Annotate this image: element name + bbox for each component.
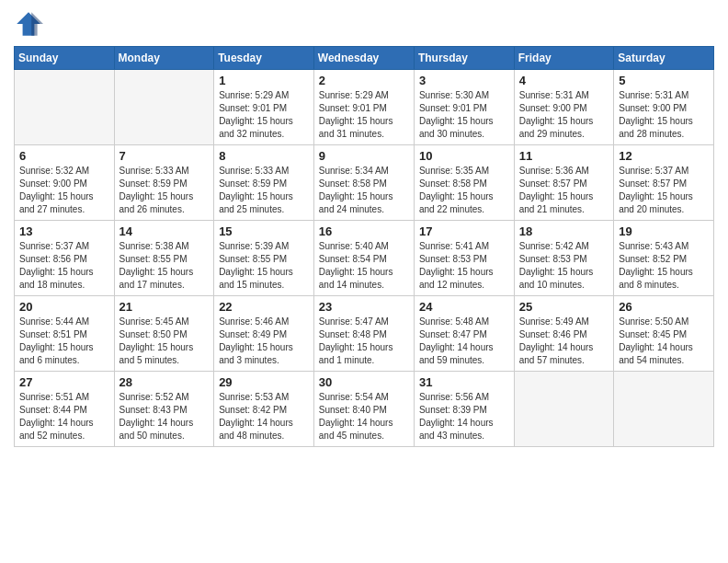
day-cell: 18Sunrise: 5:42 AM Sunset: 8:53 PM Dayli… xyxy=(514,221,613,296)
day-info: Sunrise: 5:47 AM Sunset: 8:48 PM Dayligh… xyxy=(319,316,409,367)
day-cell: 26Sunrise: 5:50 AM Sunset: 8:45 PM Dayli… xyxy=(614,296,714,372)
day-cell: 7Sunrise: 5:33 AM Sunset: 8:59 PM Daylig… xyxy=(114,145,214,221)
day-cell: 2Sunrise: 5:29 AM Sunset: 9:01 PM Daylig… xyxy=(313,70,414,145)
column-header-tuesday: Tuesday xyxy=(214,47,314,70)
day-number: 11 xyxy=(519,149,609,163)
day-number: 14 xyxy=(119,224,210,238)
day-number: 23 xyxy=(319,300,409,314)
day-cell: 20Sunrise: 5:44 AM Sunset: 8:51 PM Dayli… xyxy=(15,296,115,372)
day-number: 2 xyxy=(319,74,409,87)
day-number: 1 xyxy=(219,74,309,87)
week-row-1: 1Sunrise: 5:29 AM Sunset: 9:01 PM Daylig… xyxy=(15,70,714,145)
day-number: 18 xyxy=(519,224,609,238)
day-number: 22 xyxy=(219,300,309,314)
day-cell: 4Sunrise: 5:31 AM Sunset: 9:00 PM Daylig… xyxy=(514,70,613,145)
column-header-monday: Monday xyxy=(114,47,214,70)
day-number: 7 xyxy=(119,149,210,163)
logo-icon xyxy=(14,9,43,39)
day-info: Sunrise: 5:31 AM Sunset: 9:00 PM Dayligh… xyxy=(619,89,709,141)
day-cell xyxy=(114,70,214,145)
day-info: Sunrise: 5:42 AM Sunset: 8:53 PM Dayligh… xyxy=(519,240,609,292)
day-info: Sunrise: 5:49 AM Sunset: 8:46 PM Dayligh… xyxy=(519,316,609,367)
day-number: 26 xyxy=(619,300,709,314)
day-cell: 31Sunrise: 5:56 AM Sunset: 8:39 PM Dayli… xyxy=(414,372,514,447)
day-number: 28 xyxy=(119,375,210,389)
day-number: 3 xyxy=(419,74,509,87)
day-info: Sunrise: 5:38 AM Sunset: 8:55 PM Dayligh… xyxy=(119,240,210,292)
day-cell: 28Sunrise: 5:52 AM Sunset: 8:43 PM Dayli… xyxy=(114,372,214,447)
day-cell: 6Sunrise: 5:32 AM Sunset: 9:00 PM Daylig… xyxy=(15,145,115,221)
day-number: 13 xyxy=(19,224,109,238)
week-row-3: 13Sunrise: 5:37 AM Sunset: 8:56 PM Dayli… xyxy=(15,221,714,296)
day-number: 29 xyxy=(219,375,309,389)
day-info: Sunrise: 5:48 AM Sunset: 8:47 PM Dayligh… xyxy=(419,316,509,367)
day-number: 4 xyxy=(519,74,609,87)
column-header-wednesday: Wednesday xyxy=(313,47,414,70)
day-cell xyxy=(614,372,714,447)
day-number: 25 xyxy=(519,300,609,314)
column-header-thursday: Thursday xyxy=(414,47,514,70)
day-cell: 23Sunrise: 5:47 AM Sunset: 8:48 PM Dayli… xyxy=(313,296,414,372)
day-number: 21 xyxy=(119,300,210,314)
day-info: Sunrise: 5:29 AM Sunset: 9:01 PM Dayligh… xyxy=(319,89,409,141)
day-info: Sunrise: 5:40 AM Sunset: 8:54 PM Dayligh… xyxy=(319,240,409,292)
day-cell: 15Sunrise: 5:39 AM Sunset: 8:55 PM Dayli… xyxy=(214,221,314,296)
column-header-friday: Friday xyxy=(514,47,613,70)
day-info: Sunrise: 5:36 AM Sunset: 8:57 PM Dayligh… xyxy=(519,165,609,216)
day-number: 24 xyxy=(419,300,509,314)
day-cell: 17Sunrise: 5:41 AM Sunset: 8:53 PM Dayli… xyxy=(414,221,514,296)
day-number: 12 xyxy=(619,149,709,163)
day-cell: 11Sunrise: 5:36 AM Sunset: 8:57 PM Dayli… xyxy=(514,145,613,221)
day-number: 31 xyxy=(419,375,509,389)
day-cell: 5Sunrise: 5:31 AM Sunset: 9:00 PM Daylig… xyxy=(614,70,714,145)
day-number: 5 xyxy=(619,74,709,87)
day-cell: 27Sunrise: 5:51 AM Sunset: 8:44 PM Dayli… xyxy=(15,372,115,447)
day-info: Sunrise: 5:53 AM Sunset: 8:42 PM Dayligh… xyxy=(219,391,309,442)
day-info: Sunrise: 5:46 AM Sunset: 8:49 PM Dayligh… xyxy=(219,316,309,367)
day-info: Sunrise: 5:52 AM Sunset: 8:43 PM Dayligh… xyxy=(119,391,210,442)
day-number: 8 xyxy=(219,149,309,163)
day-number: 30 xyxy=(319,375,409,389)
day-cell: 21Sunrise: 5:45 AM Sunset: 8:50 PM Dayli… xyxy=(114,296,214,372)
day-cell: 24Sunrise: 5:48 AM Sunset: 8:47 PM Dayli… xyxy=(414,296,514,372)
day-info: Sunrise: 5:54 AM Sunset: 8:40 PM Dayligh… xyxy=(319,391,409,442)
day-info: Sunrise: 5:43 AM Sunset: 8:52 PM Dayligh… xyxy=(619,240,709,292)
day-info: Sunrise: 5:41 AM Sunset: 8:53 PM Dayligh… xyxy=(419,240,509,292)
day-cell: 13Sunrise: 5:37 AM Sunset: 8:56 PM Dayli… xyxy=(15,221,115,296)
day-number: 27 xyxy=(19,375,109,389)
day-cell: 10Sunrise: 5:35 AM Sunset: 8:58 PM Dayli… xyxy=(414,145,514,221)
week-row-4: 20Sunrise: 5:44 AM Sunset: 8:51 PM Dayli… xyxy=(15,296,714,372)
calendar-table: SundayMondayTuesdayWednesdayThursdayFrid… xyxy=(14,46,714,447)
day-number: 10 xyxy=(419,149,509,163)
day-cell: 19Sunrise: 5:43 AM Sunset: 8:52 PM Dayli… xyxy=(614,221,714,296)
day-cell: 16Sunrise: 5:40 AM Sunset: 8:54 PM Dayli… xyxy=(313,221,414,296)
logo xyxy=(14,9,47,39)
day-info: Sunrise: 5:34 AM Sunset: 8:58 PM Dayligh… xyxy=(319,165,409,216)
day-cell: 22Sunrise: 5:46 AM Sunset: 8:49 PM Dayli… xyxy=(214,296,314,372)
week-row-2: 6Sunrise: 5:32 AM Sunset: 9:00 PM Daylig… xyxy=(15,145,714,221)
page-header xyxy=(14,9,714,39)
day-number: 17 xyxy=(419,224,509,238)
day-cell: 12Sunrise: 5:37 AM Sunset: 8:57 PM Dayli… xyxy=(614,145,714,221)
day-info: Sunrise: 5:37 AM Sunset: 8:57 PM Dayligh… xyxy=(619,165,709,216)
day-info: Sunrise: 5:35 AM Sunset: 8:58 PM Dayligh… xyxy=(419,165,509,216)
day-number: 15 xyxy=(219,224,309,238)
day-info: Sunrise: 5:31 AM Sunset: 9:00 PM Dayligh… xyxy=(519,89,609,141)
day-cell: 14Sunrise: 5:38 AM Sunset: 8:55 PM Dayli… xyxy=(114,221,214,296)
day-cell: 1Sunrise: 5:29 AM Sunset: 9:01 PM Daylig… xyxy=(214,70,314,145)
day-headers-row: SundayMondayTuesdayWednesdayThursdayFrid… xyxy=(15,47,714,70)
day-cell: 25Sunrise: 5:49 AM Sunset: 8:46 PM Dayli… xyxy=(514,296,613,372)
day-number: 20 xyxy=(19,300,109,314)
day-info: Sunrise: 5:30 AM Sunset: 9:01 PM Dayligh… xyxy=(419,89,509,141)
day-number: 16 xyxy=(319,224,409,238)
day-info: Sunrise: 5:51 AM Sunset: 8:44 PM Dayligh… xyxy=(19,391,109,442)
day-cell: 29Sunrise: 5:53 AM Sunset: 8:42 PM Dayli… xyxy=(214,372,314,447)
day-cell: 8Sunrise: 5:33 AM Sunset: 8:59 PM Daylig… xyxy=(214,145,314,221)
day-info: Sunrise: 5:45 AM Sunset: 8:50 PM Dayligh… xyxy=(119,316,210,367)
day-number: 9 xyxy=(319,149,409,163)
day-info: Sunrise: 5:37 AM Sunset: 8:56 PM Dayligh… xyxy=(19,240,109,292)
column-header-saturday: Saturday xyxy=(614,47,714,70)
day-info: Sunrise: 5:29 AM Sunset: 9:01 PM Dayligh… xyxy=(219,89,309,141)
day-info: Sunrise: 5:32 AM Sunset: 9:00 PM Dayligh… xyxy=(19,165,109,216)
day-info: Sunrise: 5:33 AM Sunset: 8:59 PM Dayligh… xyxy=(219,165,309,216)
